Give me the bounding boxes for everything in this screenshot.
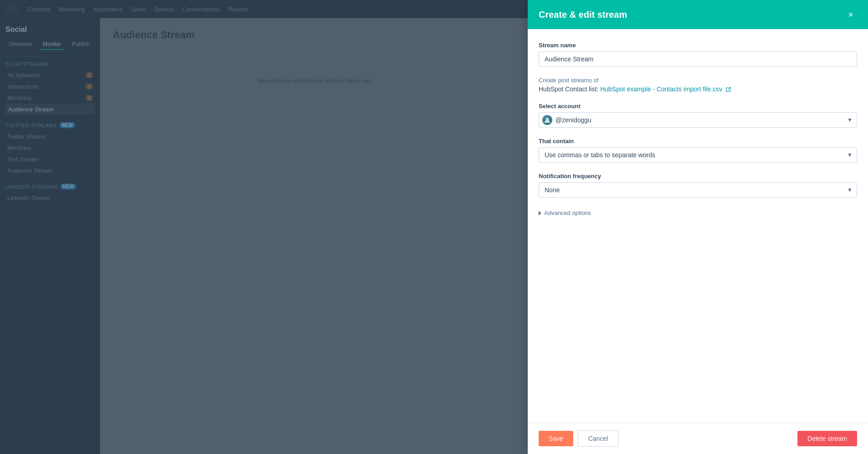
advanced-options-label: Advanced options [544,210,591,216]
stream-name-group: Stream name [539,42,857,67]
delete-stream-button[interactable]: Delete stream [797,431,857,446]
create-post-label: Create post streams of [539,77,857,84]
account-select[interactable]: @zenidoggu [539,112,857,128]
panel-footer: Save Cancel Delete stream [528,423,868,454]
panel-body: Stream name Create post streams of HubSp… [528,29,868,423]
advanced-options-chevron-icon [539,211,541,215]
notification-frequency-select-wrapper: None Immediately Daily Weekly ▼ [539,182,857,198]
advanced-options-toggle[interactable]: Advanced options [539,208,857,218]
panel-header: Create & edit stream × [528,0,868,29]
close-button[interactable]: × [844,8,857,21]
notification-frequency-group: Notification frequency None Immediately … [539,173,857,198]
external-link-icon [726,87,731,92]
select-account-label: Select account [539,103,857,110]
overlay [0,0,528,454]
that-contain-select-wrapper: Use commas or tabs to separate words ▼ [539,147,857,163]
panel-title: Create & edit stream [539,10,627,20]
create-post-link[interactable]: HubSpot example - Contacts import file.c… [600,85,722,93]
select-account-group: Select account @zenidoggu ▼ [539,103,857,128]
stream-name-input[interactable] [539,51,857,67]
account-select-wrapper: @zenidoggu ▼ [539,112,857,128]
cancel-button[interactable]: Cancel [578,430,619,447]
save-button[interactable]: Save [539,431,573,446]
create-post-value: HubSpot Contact list: HubSpot example - … [539,85,857,93]
notification-frequency-label: Notification frequency [539,173,857,180]
create-post-group: Create post streams of HubSpot Contact l… [539,77,857,93]
create-post-prefix: HubSpot Contact list: [539,85,599,93]
stream-name-label: Stream name [539,42,857,49]
create-edit-stream-panel: Create & edit stream × Stream name Creat… [528,0,868,454]
that-contain-select[interactable]: Use commas or tabs to separate words [539,147,857,163]
that-contain-label: That contain [539,138,857,145]
that-contain-group: That contain Use commas or tabs to separ… [539,138,857,163]
notification-frequency-select[interactable]: None Immediately Daily Weekly [539,182,857,198]
